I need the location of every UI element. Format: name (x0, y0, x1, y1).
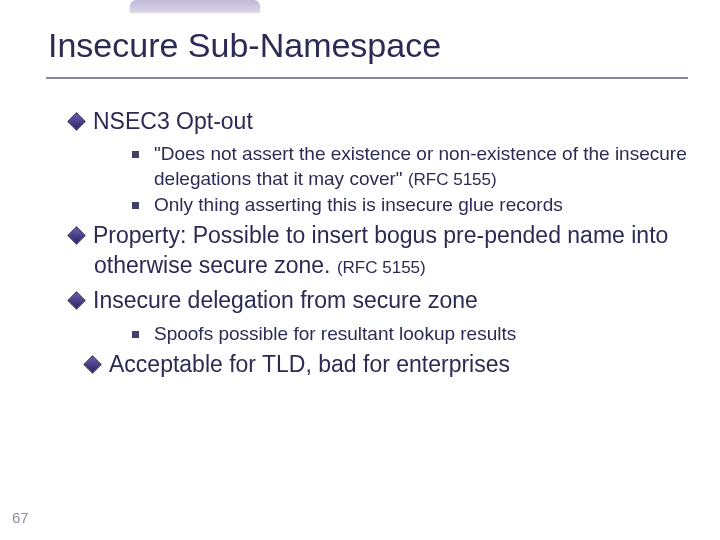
diamond-icon (67, 227, 85, 245)
diamond-icon (83, 355, 101, 373)
bullet-level1: Property: Possible to insert bogus pre-p… (94, 221, 690, 280)
bullet-level1: NSEC3 Opt-out (94, 107, 690, 136)
sub-bullet-group: Spoofs possible for resultant lookup res… (132, 322, 690, 346)
bullet-level2: Only thing asserting this is insecure gl… (132, 193, 690, 217)
page-number: 67 (12, 509, 29, 526)
slide-content: NSEC3 Opt-out "Does not assert the exist… (70, 107, 690, 379)
bullet-text: Spoofs possible for resultant lookup res… (154, 323, 516, 344)
bullet-text: Insecure delegation from secure zone (93, 287, 478, 313)
rfc-reference: (RFC 5155) (408, 170, 497, 189)
rfc-reference: (RFC 5155) (337, 258, 426, 277)
slide-title: Insecure Sub-Namespace (48, 26, 686, 65)
bullet-level1: Insecure delegation from secure zone (94, 286, 690, 315)
diamond-icon (67, 292, 85, 310)
bullet-level1: Acceptable for TLD, bad for enterprises (110, 350, 690, 379)
bullet-level2: Spoofs possible for resultant lookup res… (132, 322, 690, 346)
sub-bullet-group: "Does not assert the existence or non-ex… (132, 142, 690, 217)
title-container: Insecure Sub-Namespace (46, 20, 688, 79)
bullet-text: NSEC3 Opt-out (93, 108, 253, 134)
bullet-text: Acceptable for TLD, bad for enterprises (109, 351, 510, 377)
bullet-text: Only thing asserting this is insecure gl… (154, 194, 563, 215)
diamond-icon (67, 112, 85, 130)
bullet-level2: "Does not assert the existence or non-ex… (132, 142, 690, 191)
slide-tab-decoration (130, 0, 260, 12)
